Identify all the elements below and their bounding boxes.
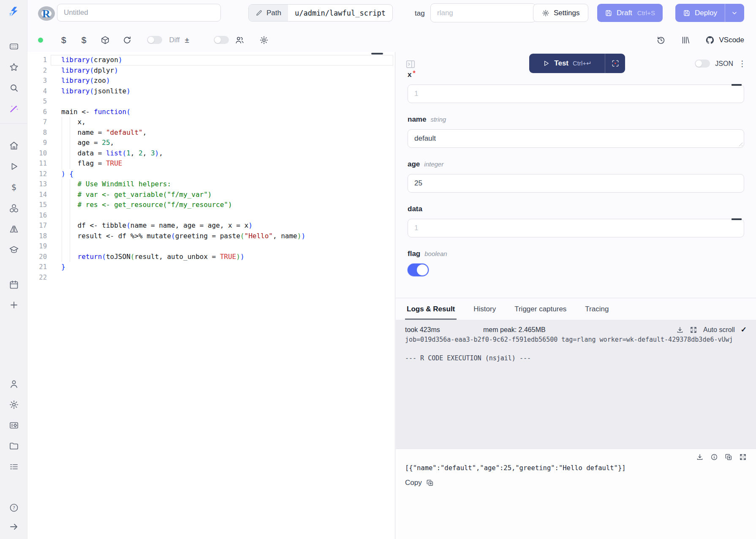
- code-line[interactable]: 16: [27, 210, 395, 221]
- json-toggle[interactable]: [695, 60, 710, 68]
- editor-settings-gear-icon[interactable]: [259, 35, 269, 45]
- code-line[interactable]: 4library(jsonlite): [27, 86, 395, 97]
- sidebar-item-variables-icon[interactable]: [9, 182, 19, 193]
- code-line[interactable]: 2library(dplyr): [27, 65, 395, 76]
- code-line[interactable]: 19: [27, 241, 395, 252]
- code-line[interactable]: 1library(crayon): [27, 55, 395, 65]
- play-icon: [542, 60, 550, 67]
- history-icon[interactable]: [656, 35, 666, 45]
- reload-icon[interactable]: [122, 35, 132, 45]
- download-result-icon[interactable]: [696, 453, 704, 461]
- line-number: 1: [27, 55, 47, 65]
- input-resize-dash[interactable]: [732, 84, 742, 86]
- sidebar-item-collapse-icon[interactable]: [9, 522, 19, 532]
- field-x-input[interactable]: 1: [408, 84, 744, 103]
- code-line[interactable]: 17 df <- tibble(name = name, age = age, …: [27, 220, 395, 231]
- sidebar-item-audit-logs-icon[interactable]: [9, 462, 19, 472]
- sidebar-item-workers-icon[interactable]: [9, 420, 19, 430]
- code-line[interactable]: 9 age = 25,: [27, 138, 395, 148]
- code-line[interactable]: 14 # var <- get_variable("f/my_var"): [27, 190, 395, 200]
- code-line[interactable]: 15 # res <- get_resource("f/my_resource"…: [27, 200, 395, 210]
- code-line[interactable]: 5: [27, 96, 395, 107]
- deploy-button[interactable]: Deploy: [675, 4, 725, 22]
- deploy-button-group: Deploy: [675, 4, 744, 22]
- sidebar-item-tutorials-icon[interactable]: [9, 245, 19, 255]
- kebab-menu-icon[interactable]: ⋮: [738, 59, 747, 68]
- code-line[interactable]: 10 data = list(1, 2, 3),: [27, 148, 395, 159]
- info-icon[interactable]: [710, 453, 718, 461]
- code-line[interactable]: 6main <- function(: [27, 107, 395, 117]
- contextual-variables-icon[interactable]: $: [82, 35, 87, 44]
- expand-result-icon[interactable]: [739, 453, 747, 461]
- sidebar-item-triggers-icon[interactable]: [9, 224, 19, 234]
- sidebar-item-schedules-icon[interactable]: [9, 280, 19, 290]
- sidebar-item-terminal-icon[interactable]: [9, 41, 19, 52]
- code-editor[interactable]: 1library(crayon)2library(dplyr)3library(…: [27, 52, 395, 539]
- sidebar-item-ai-wand-icon[interactable]: [9, 103, 19, 114]
- script-title-input[interactable]: Untitled: [57, 4, 221, 22]
- field-type: integer: [424, 161, 443, 168]
- settings-button[interactable]: Settings: [533, 4, 588, 22]
- variables-icon[interactable]: $: [61, 35, 66, 44]
- field-name: age: [408, 160, 420, 169]
- sidebar-item-runs-icon[interactable]: [9, 161, 19, 172]
- splitter-handle[interactable]: [371, 53, 383, 54]
- plus-minus-icon[interactable]: ±: [185, 35, 189, 45]
- field-age-input[interactable]: 25: [408, 174, 744, 193]
- autoscroll-label[interactable]: Auto scroll: [703, 326, 735, 334]
- sidebar-item-home-icon[interactable]: [9, 141, 19, 151]
- copy-result-icon[interactable]: [725, 453, 732, 461]
- sidebar-item-star-icon[interactable]: [9, 62, 19, 72]
- sidebar-item-user-icon[interactable]: [9, 379, 19, 389]
- download-logs-icon[interactable]: [676, 326, 684, 334]
- field-data-input[interactable]: 1: [408, 219, 744, 237]
- path-group[interactable]: Path u/admin/lawful_script: [248, 4, 393, 22]
- sidebar-item-add-icon[interactable]: [9, 300, 19, 310]
- path-edit-button[interactable]: Path: [249, 5, 288, 21]
- expand-logs-icon[interactable]: [690, 326, 697, 334]
- tab-history[interactable]: History: [473, 298, 496, 320]
- line-number: 22: [27, 272, 47, 283]
- sidebar-item-help-icon[interactable]: [9, 503, 19, 513]
- line-content: main <- function(: [61, 107, 131, 117]
- tab-logs-result[interactable]: Logs & Result: [407, 298, 455, 320]
- sidebar-item-folders-icon[interactable]: [9, 441, 19, 451]
- draft-button[interactable]: Draft Ctrl+S: [597, 4, 663, 22]
- package-icon[interactable]: [101, 35, 110, 45]
- diff-toggle[interactable]: [147, 36, 162, 44]
- code-line[interactable]: 13 # Use Windmill helpers:: [27, 179, 395, 190]
- code-line[interactable]: 21}: [27, 262, 395, 272]
- library-icon[interactable]: [681, 35, 690, 45]
- tab-trigger-captures[interactable]: Trigger captures: [514, 298, 566, 320]
- panel-collapse-icon[interactable]: [405, 59, 416, 70]
- copy-button[interactable]: Copy: [405, 479, 747, 487]
- textarea-resize-grip[interactable]: [737, 141, 742, 146]
- code-line[interactable]: 3library(zoo): [27, 76, 395, 86]
- code-line[interactable]: 20 return(toJSON(result, auto_unbox = TR…: [27, 252, 395, 262]
- sidebar-item-resources-icon[interactable]: [9, 203, 19, 213]
- toolbar-right-group: VScode: [656, 28, 744, 52]
- code-line[interactable]: 7 x,: [27, 117, 395, 128]
- tab-tracing[interactable]: Tracing: [585, 298, 609, 320]
- code-line[interactable]: 22: [27, 272, 395, 283]
- input-resize-dash[interactable]: [732, 218, 742, 220]
- multiplayer-toggle[interactable]: [214, 36, 229, 44]
- windmill-logo-icon[interactable]: [7, 5, 21, 19]
- path-label: Path: [267, 9, 281, 17]
- code-line[interactable]: 12) {: [27, 169, 395, 180]
- deploy-dropdown-button[interactable]: [725, 4, 744, 22]
- test-button-main[interactable]: Test Ctrl+↵: [529, 59, 605, 68]
- vscode-button[interactable]: VScode: [705, 35, 744, 45]
- field-age: ageinteger25: [408, 160, 744, 193]
- sidebar-item-search-icon[interactable]: [9, 83, 19, 93]
- line-number: 16: [27, 210, 47, 221]
- arguments-form: x*1namestringdefaultageinteger25data1fla…: [408, 71, 744, 289]
- field-flag-toggle[interactable]: [408, 264, 429, 276]
- tag-input[interactable]: rlang: [430, 3, 536, 22]
- autoscroll-check-icon[interactable]: ✓: [741, 325, 747, 334]
- code-line[interactable]: 11 flag = TRUE: [27, 158, 395, 169]
- field-name-input[interactable]: default: [408, 129, 744, 148]
- sidebar-item-settings-icon[interactable]: [9, 400, 19, 410]
- code-line[interactable]: 8 name = "default",: [27, 128, 395, 138]
- code-line[interactable]: 18 result <- df %>% mutate(greeting = pa…: [27, 231, 395, 242]
